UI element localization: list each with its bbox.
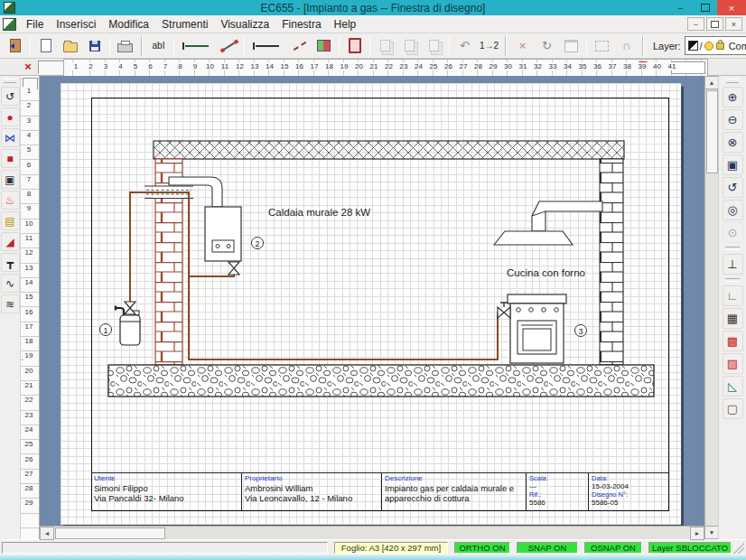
undo-button[interactable]: ↶ (453, 35, 476, 57)
symbol-a-tool-icon: ∿ (5, 278, 14, 289)
symbol-b-tool-icon: ≋ (5, 299, 14, 310)
transform-icon (595, 41, 609, 51)
h-scroll-thumb[interactable] (55, 527, 165, 539)
snap-toggle-button[interactable]: ▩ (723, 331, 743, 351)
mdi-close-button[interactable]: × (725, 17, 742, 31)
osnap-toggle-button[interactable]: ▨ (723, 353, 743, 374)
zoom-in-button[interactable]: ⊕ (723, 87, 743, 107)
zoom-out-button[interactable]: ⊖ (723, 109, 743, 130)
v-ruler-number: 21 (21, 381, 37, 389)
mdi-minimize-button[interactable]: − (687, 17, 704, 31)
appliance-tool-button[interactable]: ▣ (1, 170, 20, 189)
h-ruler-number: 1 (70, 62, 82, 70)
diagonal-line-button[interactable] (218, 35, 240, 57)
drawing-canvas[interactable]: Caldaia murale 28 kW Cucina con forno 1 … (40, 76, 704, 539)
ortho-toggle-icon: ∟ (727, 289, 739, 303)
menu-item-inserisci[interactable]: Inserisci (50, 17, 102, 32)
boiler-tool-button[interactable]: ■ (1, 149, 20, 168)
paste-as-button[interactable] (423, 35, 445, 57)
layer-combobox[interactable]: / Componenti ▼ (685, 36, 746, 55)
scroll-right-button[interactable]: ► (690, 527, 704, 540)
zoom-all-button[interactable]: ⊙ (723, 222, 743, 243)
pump-tool-button[interactable]: ● (1, 107, 20, 126)
menu-item-visualizza[interactable]: Visualizza (214, 17, 275, 32)
ortho-toggle-button[interactable]: ∟ (723, 285, 743, 306)
h-scrollbar[interactable]: ◄ ► (40, 526, 704, 539)
text-tool-button[interactable]: abI (147, 35, 170, 57)
delete-button[interactable]: × (511, 35, 534, 57)
toolbar-grip[interactable] (4, 79, 16, 83)
v-scrollbar[interactable]: ▲ ▼ (704, 76, 718, 539)
h-ruler-number: 5 (129, 62, 142, 70)
plumb-tool-button[interactable]: ⊥ (723, 254, 743, 275)
menu-item-strumenti[interactable]: Strumenti (155, 17, 214, 32)
copy-button[interactable] (374, 35, 396, 57)
pipe-tee-tool-button[interactable]: ┳ (1, 253, 20, 272)
radiator-tool-button[interactable]: ▤ (1, 211, 20, 230)
scroll-down-button[interactable]: ▼ (704, 526, 719, 539)
transform-button[interactable] (591, 35, 613, 57)
ortho-status[interactable]: ORTHO ON (454, 542, 510, 554)
snap-status[interactable]: SNAP ON (517, 542, 578, 554)
document-icon[interactable] (3, 18, 16, 31)
menu-item-modifica[interactable]: Modifica (102, 17, 155, 32)
paste-button[interactable] (398, 35, 421, 57)
menu-item-file[interactable]: File (20, 17, 50, 32)
pump-tool-icon: ● (6, 112, 13, 123)
valve-tool-button[interactable]: ⋈ (1, 128, 20, 147)
measure-tool-button[interactable]: ◺ (723, 376, 743, 397)
zoom-toolbar-grip[interactable] (726, 79, 739, 83)
drawing-frame[interactable] (91, 98, 669, 511)
properties-button[interactable] (560, 35, 583, 57)
layer-color-swatch (688, 41, 698, 51)
symbol-a-tool-button[interactable]: ∿ (1, 274, 20, 293)
zoom-all-icon: ⊙ (728, 226, 738, 239)
zoom-window-button[interactable]: ▣ (723, 154, 743, 175)
menu-item-finestra[interactable]: Finestra (275, 17, 327, 32)
mdi-restore-button[interactable] (706, 17, 723, 31)
pipe-line-button[interactable] (178, 35, 216, 57)
selection-tool-icon: ▢ (727, 402, 738, 415)
zoom-selected-button[interactable]: ◎ (723, 200, 743, 220)
duct-line-button[interactable] (248, 35, 286, 57)
zoom-extents-button[interactable]: ⊗ (723, 132, 743, 153)
zoom-previous-button[interactable]: ↺ (723, 177, 743, 198)
open-button[interactable] (59, 35, 81, 57)
title-block[interactable]: Utente Simoni Filippo Via Pancaldi 32- M… (91, 472, 668, 510)
h-ruler-number: 35 (576, 62, 589, 70)
print-button[interactable] (114, 35, 136, 57)
h-ruler[interactable]: 1234567891011121314151617181920212223242… (63, 59, 708, 77)
osnap-status[interactable]: OSNAP ON (584, 542, 642, 554)
magnet-button[interactable]: ∩ (615, 35, 638, 57)
scroll-up-button[interactable]: ▲ (704, 76, 719, 89)
renumber-button[interactable]: 1→2 (478, 35, 500, 57)
grid-toggle-button[interactable]: ▦ (723, 308, 743, 329)
save-button[interactable] (83, 35, 106, 57)
new-button[interactable] (34, 35, 57, 57)
paste-special-button[interactable] (343, 35, 366, 57)
v-ruler-number: 24 (21, 425, 37, 434)
flue-swirl-tool-icon: ↺ (5, 91, 14, 102)
h-ruler-number: 11 (219, 62, 231, 70)
v-scroll-thumb[interactable] (706, 90, 718, 173)
layer-lock-status[interactable]: Layer SBLOCCATO (648, 542, 732, 554)
symbol-b-tool-button[interactable]: ≋ (1, 294, 20, 313)
dashed-line-button[interactable] (288, 35, 311, 57)
v-ruler-number: 3 (21, 117, 37, 125)
menu-item-help[interactable]: Help (328, 17, 363, 32)
resize-grip[interactable] (733, 543, 744, 554)
h-ruler-number: 14 (264, 62, 276, 70)
scroll-left-button[interactable]: ◄ (40, 527, 54, 540)
paste-as-icon (429, 40, 439, 51)
v-ruler[interactable]: 1234567891011121314151617181920212223242… (21, 76, 40, 539)
component-table-button[interactable] (312, 35, 335, 57)
hood-tool-button[interactable]: ◢ (1, 232, 20, 251)
selection-tool-button[interactable]: ▢ (723, 398, 743, 419)
exit-button[interactable] (4, 35, 26, 57)
new-document-icon (41, 39, 51, 52)
burner-tool-button[interactable]: ♨ (1, 191, 20, 210)
flue-swirl-tool-button[interactable]: ↺ (1, 87, 20, 106)
sheet-page[interactable]: Caldaia murale 28 kW Cucina con forno 1 … (61, 83, 681, 525)
cancel-command-button[interactable]: × (20, 60, 36, 73)
rotate-button[interactable]: ↻ (536, 35, 558, 57)
